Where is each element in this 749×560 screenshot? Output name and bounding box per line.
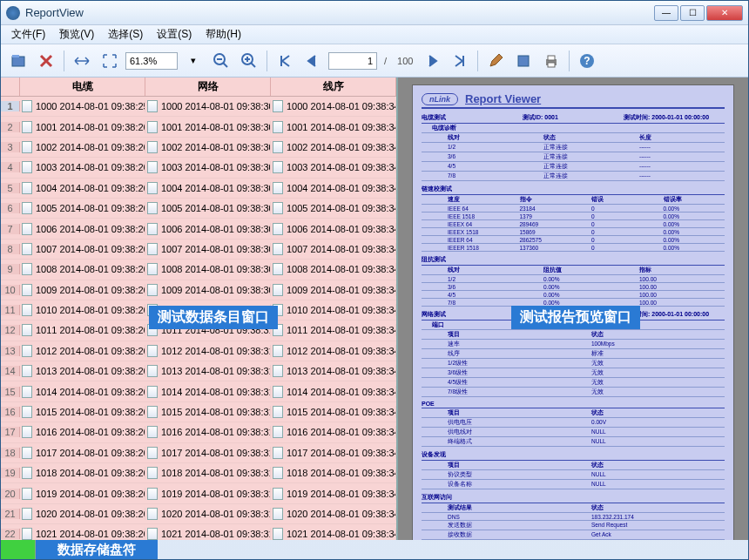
document-icon [273, 182, 283, 194]
open-button[interactable] [6, 49, 30, 73]
document-icon [147, 386, 158, 398]
document-icon [22, 100, 32, 112]
document-icon [22, 386, 32, 398]
document-icon [273, 488, 283, 500]
document-icon [147, 182, 158, 194]
page-input[interactable] [328, 52, 377, 70]
document-icon [22, 406, 32, 418]
table-row[interactable]: 91008 2014-08-01 09:38:261008 2014-08-01… [1, 260, 396, 280]
table-row[interactable]: 11000 2014-08-01 09:38:251000 2014-08-01… [1, 97, 396, 117]
document-icon [273, 386, 283, 398]
table-row[interactable]: 31002 2014-08-01 09:38:261002 2014-08-01… [1, 138, 396, 158]
document-icon [22, 528, 32, 540]
document-icon [22, 223, 32, 235]
document-icon [147, 263, 158, 275]
document-icon [273, 365, 283, 377]
zoom-input[interactable] [125, 52, 178, 70]
document-icon [273, 508, 283, 520]
table-row[interactable]: 191018 2014-08-01 09:38:261018 2014-08-0… [1, 463, 396, 483]
table-row[interactable]: 81007 2014-08-01 09:38:261007 2014-08-01… [1, 240, 396, 260]
document-icon [22, 243, 32, 255]
document-icon [273, 447, 283, 459]
document-icon [22, 161, 32, 173]
list-header: 电缆 网络 线序 [1, 78, 396, 97]
fit-page-button[interactable] [98, 49, 122, 73]
table-row[interactable]: 181017 2014-08-01 09:38:261017 2014-08-0… [1, 443, 396, 463]
col-header-wiremap[interactable]: 线序 [271, 78, 396, 96]
table-row[interactable]: 131012 2014-08-01 09:38:261012 2014-08-0… [1, 341, 396, 361]
delete-button[interactable] [34, 49, 58, 73]
document-icon [147, 528, 158, 540]
menu-settings[interactable]: 设置(S) [150, 25, 199, 44]
table-row[interactable]: 71006 2014-08-01 09:38:261006 2014-08-01… [1, 219, 396, 239]
menubar: 文件(F) 预览(V) 选择(S) 设置(S) 帮助(H) [1, 25, 748, 44]
table-row[interactable]: 51004 2014-08-01 09:38:261004 2014-08-01… [1, 179, 396, 199]
table-row[interactable]: 211020 2014-08-01 09:38:261020 2014-08-0… [1, 504, 396, 524]
menu-preview[interactable]: 预览(V) [52, 25, 101, 44]
table-row[interactable]: 61005 2014-08-01 09:38:261005 2014-08-01… [1, 199, 396, 219]
first-page-button[interactable] [273, 49, 297, 73]
table-row[interactable]: 161015 2014-08-01 09:38:261015 2014-08-0… [1, 402, 396, 422]
document-icon [147, 447, 158, 459]
page-separator: / [381, 56, 390, 66]
edit-button[interactable] [483, 49, 508, 73]
svg-rect-1 [12, 55, 19, 57]
maximize-button[interactable]: ☐ [680, 5, 705, 21]
document-icon [22, 202, 32, 214]
document-icon [22, 324, 32, 336]
col-header-cable[interactable]: 电缆 [20, 78, 145, 96]
menu-file[interactable]: 文件(F) [4, 25, 52, 44]
zoom-in-button[interactable] [237, 49, 261, 73]
main-area: 电缆 网络 线序 测试数据条目窗口 11000 2014-08-01 09:38… [1, 78, 748, 540]
document-icon [273, 223, 283, 235]
svg-line-3 [223, 63, 227, 67]
document-icon [147, 202, 158, 214]
svg-text:?: ? [584, 55, 590, 67]
document-icon [147, 488, 158, 500]
zoom-dropdown[interactable]: ▾ [181, 49, 206, 73]
table-row[interactable]: 171016 2014-08-01 09:38:261016 2014-08-0… [1, 422, 396, 442]
prev-page-button[interactable] [300, 49, 325, 73]
col-header-network[interactable]: 网络 [145, 78, 271, 96]
print-button[interactable] [539, 49, 563, 73]
table-row[interactable]: 201019 2014-08-01 09:38:261019 2014-08-0… [1, 483, 396, 503]
document-icon [147, 223, 158, 235]
table-row[interactable]: 41003 2014-08-01 09:38:261003 2014-08-01… [1, 158, 396, 178]
document-icon [273, 467, 283, 479]
document-icon [147, 284, 158, 296]
help-button[interactable]: ? [575, 49, 599, 73]
table-row[interactable]: 221021 2014-08-01 09:38:261021 2014-08-0… [1, 524, 396, 540]
minimize-button[interactable]: — [654, 5, 678, 21]
table-row[interactable]: 151014 2014-08-01 09:38:261014 2014-08-0… [1, 381, 396, 401]
svg-rect-0 [12, 57, 24, 66]
document-icon [147, 243, 158, 255]
menu-help[interactable]: 帮助(H) [199, 25, 248, 44]
zoom-out-button[interactable] [209, 49, 233, 73]
document-icon [147, 141, 158, 153]
document-icon [22, 447, 32, 459]
close-button[interactable]: ✕ [706, 5, 743, 21]
data-list-pane: 电缆 网络 线序 测试数据条目窗口 11000 2014-08-01 09:38… [1, 78, 398, 540]
table-row[interactable]: 21001 2014-08-01 09:38:261001 2014-08-01… [1, 117, 396, 137]
menu-select[interactable]: 选择(S) [101, 25, 150, 44]
next-page-button[interactable] [420, 49, 444, 73]
document-icon [273, 406, 283, 418]
document-icon [147, 508, 158, 520]
export-button[interactable] [511, 49, 536, 73]
preview-pane: 测试报告预览窗口 nLinkReport Viewer电缆测试测试ID: 000… [398, 78, 748, 540]
svg-rect-9 [518, 56, 529, 66]
document-icon [273, 426, 283, 438]
table-row[interactable]: 101009 2014-08-01 09:38:261009 2014-08-0… [1, 280, 396, 300]
document-icon [147, 406, 158, 418]
list-body[interactable]: 测试数据条目窗口 11000 2014-08-01 09:38:251000 2… [1, 97, 396, 540]
app-icon [6, 6, 20, 20]
last-page-button[interactable] [448, 49, 472, 73]
fit-width-button[interactable] [70, 49, 94, 73]
table-row[interactable]: 141013 2014-08-01 09:38:261013 2014-08-0… [1, 361, 396, 381]
status-drive-label: 数据存储盘符 [36, 540, 158, 559]
document-icon [273, 161, 283, 173]
document-icon [273, 345, 283, 357]
document-icon [147, 100, 158, 112]
document-icon [273, 121, 283, 133]
toolbar: ▾ / 100 ? [1, 44, 748, 78]
